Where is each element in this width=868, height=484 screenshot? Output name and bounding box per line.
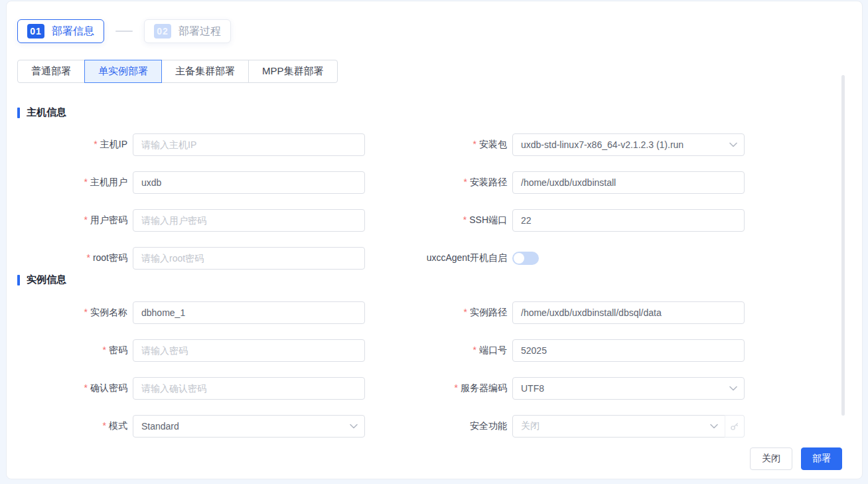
required-mark: *: [464, 177, 467, 187]
required-mark: *: [473, 345, 476, 355]
instance-path-field-wrap: [512, 301, 745, 324]
server-encoding-value: UTF8: [521, 383, 544, 394]
required-mark: *: [86, 252, 90, 263]
agent-autostart-field-wrap: [512, 252, 745, 265]
security-field-wrap: 关闭: [512, 415, 745, 438]
step-deploy-process: 02 部署过程: [144, 19, 231, 43]
password-field-wrap: [133, 339, 365, 362]
user-password-field-wrap: [133, 209, 365, 232]
tab-mpp-cluster-deploy[interactable]: MPP集群部署: [248, 60, 338, 83]
close-button[interactable]: 关闭: [750, 447, 792, 470]
install-pkg-field-wrap: uxdb-std-linux7-x86_64-v2.1.2.3 (1).run: [512, 133, 745, 156]
security-select[interactable]: 关闭: [512, 415, 725, 438]
form-row: *用户密码 *SSH端口: [17, 209, 862, 232]
chevron-down-icon: [710, 424, 718, 429]
deploy-type-tabs: 普通部署 单实例部署 主备集群部署 MPP集群部署: [17, 60, 862, 83]
instance-path-input[interactable]: [512, 301, 745, 324]
confirm-password-label: *确认密码: [17, 382, 127, 394]
tab-primary-standby-cluster-deploy[interactable]: 主备集群部署: [161, 60, 249, 83]
instance-name-field-wrap: [133, 301, 365, 324]
required-mark: *: [84, 307, 88, 317]
password-input[interactable]: [133, 339, 365, 362]
step-number-badge: 02: [154, 24, 171, 39]
agent-autostart-label: uxccAgent开机自启: [370, 252, 507, 264]
required-mark: *: [473, 139, 476, 149]
host-user-label: *主机用户: [17, 177, 127, 189]
host-ip-input[interactable]: [133, 133, 365, 156]
section-title: 主机信息: [27, 106, 66, 119]
required-mark: *: [84, 214, 88, 225]
host-ip-field-wrap: [133, 133, 365, 156]
mode-select[interactable]: Standard: [133, 415, 365, 438]
install-path-input[interactable]: [512, 171, 745, 194]
section-accent-bar: [17, 108, 20, 118]
ssh-port-field-wrap: [512, 209, 745, 232]
agent-autostart-toggle[interactable]: [512, 252, 539, 265]
host-user-input[interactable]: [133, 171, 365, 194]
form-row: *确认密码 *服务器编码 UTF8: [17, 377, 862, 400]
required-mark: *: [103, 345, 106, 355]
install-path-label: *安装路径: [370, 177, 507, 189]
server-encoding-label: *服务器编码: [370, 382, 507, 394]
step-number-badge: 01: [27, 24, 44, 39]
user-password-label: *用户密码: [17, 214, 127, 226]
security-label: 安全功能: [370, 420, 507, 432]
host-user-field-wrap: [133, 171, 365, 194]
instance-name-input[interactable]: [133, 301, 365, 324]
chevron-down-icon: [350, 424, 358, 429]
mode-field-wrap: Standard: [133, 415, 365, 438]
port-input[interactable]: [512, 339, 745, 362]
security-field-group: 关闭: [512, 415, 745, 438]
instance-path-label: *实例路径: [370, 307, 507, 319]
section-title: 实例信息: [27, 274, 66, 286]
ssh-port-input[interactable]: [512, 209, 745, 232]
required-mark: *: [455, 382, 458, 393]
required-mark: *: [84, 382, 88, 393]
root-password-label: *root密码: [17, 252, 127, 264]
form-row: *实例名称 *实例路径: [17, 301, 862, 324]
vertical-scrollbar-thumb[interactable]: [841, 75, 845, 416]
step-indicator: 01 部署信息 02 部署过程: [17, 19, 862, 43]
server-encoding-select[interactable]: UTF8: [512, 377, 745, 400]
required-mark: *: [463, 214, 467, 225]
security-key-button[interactable]: [725, 415, 745, 438]
mode-value: Standard: [141, 421, 179, 432]
step-deploy-info: 01 部署信息: [17, 19, 104, 43]
deploy-button[interactable]: 部署: [801, 447, 842, 470]
step-connector: [115, 31, 133, 32]
install-path-field-wrap: [512, 171, 745, 194]
root-password-field-wrap: [133, 247, 365, 270]
confirm-password-field-wrap: [133, 377, 365, 400]
mode-label: *模式: [17, 420, 127, 432]
port-field-wrap: [512, 339, 745, 362]
form-row: *模式 Standard 安全功能 关闭: [17, 415, 862, 438]
tab-single-instance-deploy[interactable]: 单实例部署: [84, 60, 162, 83]
host-ip-label: *主机IP: [17, 139, 127, 151]
ssh-port-label: *SSH端口: [370, 214, 507, 226]
deploy-dialog: 01 部署信息 02 部署过程 普通部署 单实例部署 主备集群部署 MPP集群部…: [6, 1, 863, 479]
step-label: 部署信息: [52, 25, 94, 39]
required-mark: *: [84, 177, 88, 187]
confirm-password-input[interactable]: [133, 377, 365, 400]
section-accent-bar: [17, 275, 20, 285]
instance-name-label: *实例名称: [17, 307, 127, 319]
dialog-footer: 关闭 部署: [750, 447, 842, 470]
form-row: *root密码 uxccAgent开机自启: [17, 247, 862, 270]
port-label: *端口号: [370, 345, 507, 357]
toggle-knob: [514, 253, 524, 264]
required-mark: *: [94, 139, 97, 149]
install-pkg-select[interactable]: uxdb-std-linux7-x86_64-v2.1.2.3 (1).run: [512, 133, 745, 156]
required-mark: *: [464, 307, 467, 317]
form-row: *密码 *端口号: [17, 339, 862, 362]
server-encoding-field-wrap: UTF8: [512, 377, 745, 400]
install-pkg-label: *安装包: [370, 139, 507, 151]
form-row: *主机用户 *安装路径: [17, 171, 862, 194]
step-label: 部署过程: [179, 25, 221, 39]
key-icon: [730, 422, 739, 431]
required-mark: *: [103, 420, 106, 431]
chevron-down-icon: [729, 386, 737, 391]
root-password-input[interactable]: [133, 247, 365, 270]
instance-info-section-header: 实例信息: [17, 274, 862, 286]
user-password-input[interactable]: [133, 209, 365, 232]
tab-normal-deploy[interactable]: 普通部署: [17, 60, 85, 83]
